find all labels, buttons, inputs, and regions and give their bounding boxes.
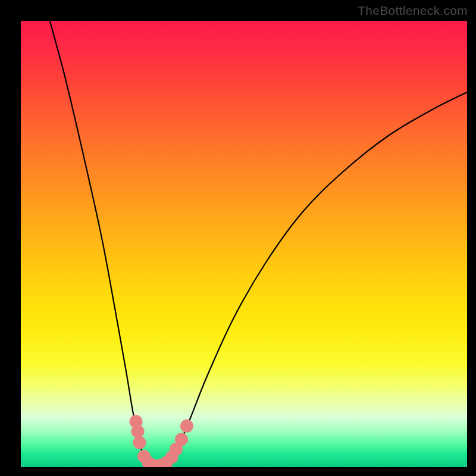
plot-area [21,21,467,467]
chart-svg [21,21,467,467]
watermark-text: TheBottleneck.com [358,4,468,18]
curve-marker [131,425,145,438]
curve-marker [133,436,146,449]
curve-marker [175,433,188,446]
curve-marker [180,419,193,433]
bottleneck-curve [50,21,467,467]
curve-markers [130,415,194,468]
